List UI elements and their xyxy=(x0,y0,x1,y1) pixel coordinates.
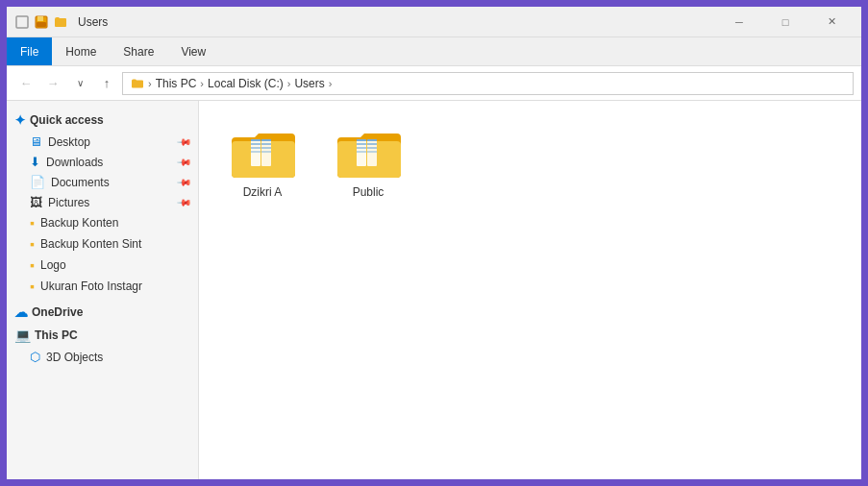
folder-icon xyxy=(53,14,68,30)
documents-icon: 📄 xyxy=(30,175,45,189)
sidebar-item-desktop[interactable]: 🖥 Desktop 📌 xyxy=(7,132,198,152)
folder-icon-ukuran-foto: ▪ xyxy=(30,279,35,294)
backup-konten-sint-label: Backup Konten Sint xyxy=(40,237,141,251)
star-icon: ✦ xyxy=(14,112,26,128)
pictures-icon: 🖼 xyxy=(30,195,42,209)
folder-dzikri-a-label: Dzikri A xyxy=(243,185,283,199)
pictures-label: Pictures xyxy=(48,196,89,209)
up-button[interactable]: ↑ xyxy=(95,72,118,95)
menu-bar: File Home Share View xyxy=(7,37,861,66)
title-bar-icons xyxy=(14,14,68,30)
file-area: Dzikri A xyxy=(199,101,861,479)
menu-view[interactable]: View xyxy=(167,37,219,65)
path-thispc[interactable]: This PC xyxy=(156,77,197,90)
pin-icon-pictures: 📌 xyxy=(177,194,192,209)
path-separator-2: › xyxy=(200,78,204,89)
title-bar: Users ─ □ ✕ xyxy=(7,7,861,37)
svg-rect-0 xyxy=(16,16,28,28)
sidebar-onedrive-header[interactable]: ☁ OneDrive xyxy=(7,301,198,324)
3d-label: 3D Objects xyxy=(46,351,103,364)
sidebar-item-logo[interactable]: ▪ Logo xyxy=(7,255,198,276)
svg-rect-7 xyxy=(251,147,260,149)
thispc-icon: 💻 xyxy=(14,328,31,343)
sidebar-item-downloads[interactable]: ⬇ Downloads 📌 xyxy=(7,152,198,172)
svg-rect-13 xyxy=(261,151,271,153)
ukuran-foto-label: Ukuran Foto Instagr xyxy=(40,279,142,293)
back-button[interactable]: ← xyxy=(14,72,37,95)
folder-dzikri-a[interactable]: Dzikri A xyxy=(214,116,310,207)
svg-rect-18 xyxy=(357,151,366,153)
forward-button[interactable]: → xyxy=(41,72,64,95)
downloads-label: Downloads xyxy=(46,156,103,169)
desktop-icon: 🖥 xyxy=(30,134,42,149)
title-bar-title: Users xyxy=(78,15,108,29)
menu-home[interactable]: Home xyxy=(52,37,110,65)
sidebar-thispc-header[interactable]: 💻 This PC xyxy=(7,324,198,347)
svg-rect-17 xyxy=(357,147,366,149)
svg-rect-20 xyxy=(367,139,377,141)
svg-rect-2 xyxy=(37,16,43,21)
address-path[interactable]: › This PC › Local Disk (C:) › Users › xyxy=(122,72,854,95)
close-button[interactable]: ✕ xyxy=(809,7,854,37)
svg-rect-21 xyxy=(367,143,377,145)
sidebar: ✦ Quick access 🖥 Desktop 📌 ⬇ Downloads 📌… xyxy=(7,101,199,479)
svg-rect-22 xyxy=(367,147,377,149)
sidebar-quick-access-header[interactable]: ✦ Quick access xyxy=(7,109,198,132)
dropdown-button[interactable]: ∨ xyxy=(68,72,91,95)
path-separator-4: › xyxy=(329,78,333,89)
folder-icon-backup-konten-sint: ▪ xyxy=(30,236,35,252)
svg-rect-12 xyxy=(261,147,271,149)
downloads-icon: ⬇ xyxy=(30,155,40,169)
onedrive-label: OneDrive xyxy=(32,305,83,319)
folder-icon-backup-konten: ▪ xyxy=(30,215,35,231)
quick-access-label: Quick access xyxy=(30,113,104,127)
file-explorer-window: Users ─ □ ✕ File Home Share View ← → ∨ ↑… xyxy=(5,5,863,481)
menu-file[interactable]: File xyxy=(7,37,52,65)
svg-rect-3 xyxy=(37,22,46,27)
main-content: ✦ Quick access 🖥 Desktop 📌 ⬇ Downloads 📌… xyxy=(7,101,861,479)
folder-public-label: Public xyxy=(353,185,384,199)
onedrive-icon: ☁ xyxy=(14,304,28,320)
svg-rect-11 xyxy=(261,143,271,145)
backup-konten-label: Backup Konten xyxy=(40,216,118,230)
sidebar-item-ukuran-foto[interactable]: ▪ Ukuran Foto Instagr xyxy=(7,276,198,297)
pin-icon-documents: 📌 xyxy=(177,174,192,189)
title-bar-controls: ─ □ ✕ xyxy=(717,7,854,37)
svg-rect-15 xyxy=(357,139,366,141)
path-separator-3: › xyxy=(287,78,291,89)
svg-rect-8 xyxy=(251,151,260,153)
folder-icon-public xyxy=(334,124,403,182)
path-folder-icon xyxy=(131,78,144,89)
svg-rect-5 xyxy=(251,139,260,141)
minimize-button[interactable]: ─ xyxy=(717,7,761,37)
folder-icon-logo: ▪ xyxy=(30,257,35,273)
menu-share[interactable]: Share xyxy=(110,37,167,65)
maximize-button[interactable]: □ xyxy=(763,7,807,37)
svg-rect-23 xyxy=(367,151,377,153)
logo-label: Logo xyxy=(40,258,66,272)
svg-rect-6 xyxy=(251,143,260,145)
pin-icon xyxy=(14,14,30,30)
folder-icon-dzikri-a xyxy=(228,124,297,182)
sidebar-item-backup-konten[interactable]: ▪ Backup Konten xyxy=(7,212,198,233)
path-localdisk[interactable]: Local Disk (C:) xyxy=(208,77,284,90)
path-separator-1: › xyxy=(148,78,152,89)
path-users[interactable]: Users xyxy=(294,77,324,90)
pin-icon-desktop: 📌 xyxy=(177,134,192,149)
folder-public[interactable]: Public xyxy=(320,116,416,207)
pin-icon-downloads: 📌 xyxy=(177,154,192,169)
thispc-label: This PC xyxy=(35,328,78,342)
sidebar-item-documents[interactable]: 📄 Documents 📌 xyxy=(7,172,198,192)
address-bar: ← → ∨ ↑ › This PC › Local Disk (C:) › Us… xyxy=(7,66,861,101)
3d-icon: ⬡ xyxy=(30,350,40,364)
sidebar-item-backup-konten-sint[interactable]: ▪ Backup Konten Sint xyxy=(7,233,198,255)
svg-rect-10 xyxy=(261,139,271,141)
svg-rect-16 xyxy=(357,143,366,145)
sidebar-item-pictures[interactable]: 🖼 Pictures 📌 xyxy=(7,192,198,212)
save-icon xyxy=(34,14,49,30)
desktop-label: Desktop xyxy=(48,135,90,149)
sidebar-item-3d-objects[interactable]: ⬡ 3D Objects xyxy=(7,347,198,367)
documents-label: Documents xyxy=(51,176,110,189)
